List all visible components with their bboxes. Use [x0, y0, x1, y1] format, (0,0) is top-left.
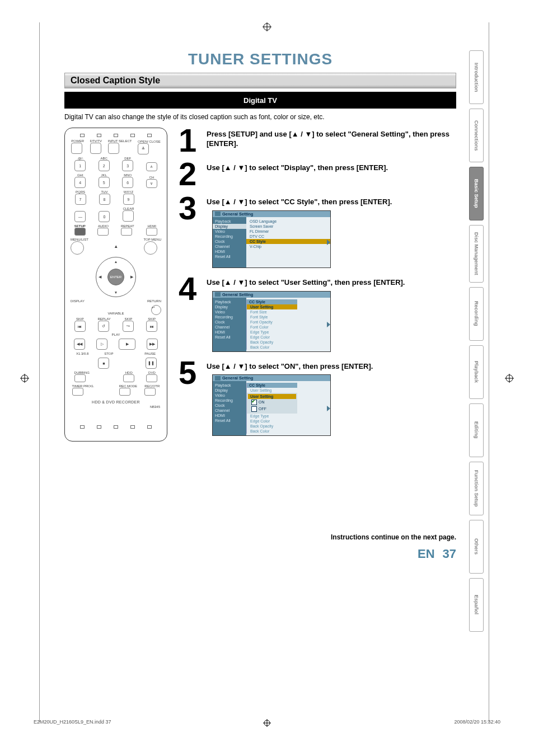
step-text: Use [▲ / ▼] to select "CC Style", then p…: [207, 198, 456, 207]
tab-espanol[interactable]: Español: [469, 578, 484, 632]
step-text: Press [SETUP] and use [▲ / ▼] to select …: [207, 130, 456, 149]
crop-mark-icon: [20, 374, 29, 383]
step-text: Use [▲ / ▼] to select "ON", then press […: [207, 362, 456, 372]
section-heading: Closed Caption Style: [64, 73, 456, 88]
tab-function-setup[interactable]: Function Setup: [469, 462, 484, 515]
step-text: Use [▲ / ▼] to select "Display", then pr…: [207, 163, 456, 173]
margin-rule: [39, 22, 40, 722]
step-number: 1: [179, 128, 202, 153]
tab-editing[interactable]: Editing: [469, 403, 484, 457]
remote-logo: HDD & DVD RECORDER: [68, 400, 163, 404]
page-title: TUNER SETTINGS: [64, 50, 456, 68]
remote-model: NB345: [68, 405, 163, 408]
step-3: 3 Use [▲ / ▼] to select "CC Style", then…: [179, 195, 456, 268]
step-2: 2 Use [▲ / ▼] to select "Display", then …: [179, 161, 456, 187]
tab-connections[interactable]: Connections: [469, 109, 484, 162]
crop-mark-icon: [505, 374, 514, 383]
tab-disc-management[interactable]: Disc Management: [469, 225, 484, 283]
tab-recording[interactable]: Recording: [469, 287, 484, 341]
intro-text: Digital TV can also change the style of …: [64, 113, 456, 121]
tab-others[interactable]: Others: [469, 520, 484, 574]
tab-basic-setup[interactable]: Basic Setup: [469, 167, 484, 220]
osd-screenshot: General Setting Playback Display Video R…: [212, 374, 331, 436]
remote-control-illustration: POWER DTV/TV INPUT SELECT OPEN/ CLOSE≜ .…: [64, 128, 167, 442]
continue-note: Instructions continue on the next page.: [64, 533, 456, 541]
tab-playback[interactable]: Playback: [469, 345, 484, 399]
subsection-label: Digital TV: [235, 95, 286, 106]
crop-mark-icon: [263, 22, 271, 31]
step-5: 5 Use [▲ / ▼] to select "ON", then press…: [179, 360, 456, 436]
step-number: 4: [179, 276, 202, 352]
subsection-bar: Digital TV: [64, 92, 456, 109]
footer-timestamp: 2008/02/20 15:32:40: [454, 719, 500, 725]
osd-screenshot: General Setting Playback Display Video R…: [212, 210, 331, 268]
footer-filename: E2M20UD_H2160SL9_EN.indd 37: [34, 719, 111, 725]
step-number: 5: [179, 360, 202, 436]
step-1: 1 Press [SETUP] and use [▲ / ▼] to selec…: [179, 128, 456, 153]
tab-introduction[interactable]: Introduction: [469, 50, 484, 104]
osd-screenshot: General Setting Playback Display Video R…: [212, 291, 331, 352]
step-number: 3: [179, 195, 202, 268]
page-number: EN37: [64, 547, 456, 561]
step-text: Use [▲ / ▼] to select "User Setting", th…: [207, 278, 456, 288]
margin-rule: [489, 22, 489, 722]
footer: E2M20UD_H2160SL9_EN.indd 37 2008/02/20 1…: [34, 719, 500, 725]
step-number: 2: [179, 161, 202, 187]
side-tabs: Introduction Connections Basic Setup Dis…: [469, 50, 484, 632]
crop-mark-icon: [263, 719, 271, 728]
step-4: 4 Use [▲ / ▼] to select "User Setting", …: [179, 276, 456, 352]
